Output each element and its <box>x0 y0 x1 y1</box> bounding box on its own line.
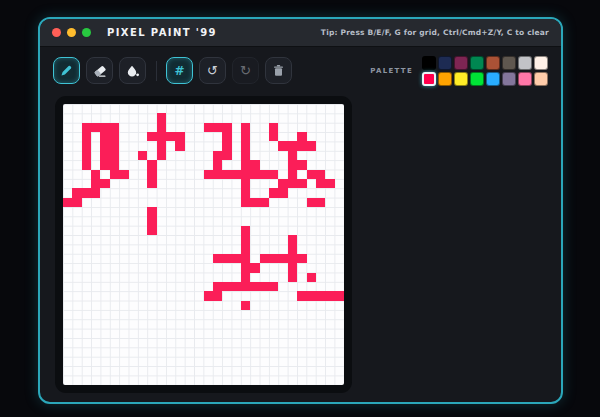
pixel-cell[interactable] <box>325 291 334 300</box>
pixel-cell[interactable] <box>316 170 325 179</box>
pixel-cell[interactable] <box>241 254 250 263</box>
pixel-cell[interactable] <box>213 291 222 300</box>
clear-canvas-button[interactable] <box>265 57 292 84</box>
palette-swatch-5[interactable] <box>502 56 516 70</box>
pixel-cell[interactable] <box>307 198 316 207</box>
pixel-cell[interactable] <box>119 170 128 179</box>
pixel-cell[interactable] <box>91 188 100 197</box>
pixel-cell[interactable] <box>278 179 287 188</box>
pixel-cell[interactable] <box>241 263 250 272</box>
pixel-cell[interactable] <box>213 160 222 169</box>
grid-toggle-button[interactable]: # <box>166 57 193 84</box>
pixel-cell[interactable] <box>241 198 250 207</box>
palette-swatch-4[interactable] <box>486 56 500 70</box>
pixel-cell[interactable] <box>269 123 278 132</box>
pixel-cell[interactable] <box>325 179 334 188</box>
traffic-light-zoom-button[interactable] <box>82 28 91 37</box>
pixel-cell[interactable] <box>147 216 156 225</box>
palette-swatch-6[interactable] <box>518 56 532 70</box>
pixel-cell[interactable] <box>213 282 222 291</box>
undo-button[interactable]: ↺ <box>199 57 226 84</box>
pixel-cell[interactable] <box>241 123 250 132</box>
pixel-cell[interactable] <box>316 291 325 300</box>
pixel-cell[interactable] <box>166 132 175 141</box>
pixel-cell[interactable] <box>260 170 269 179</box>
pixel-cell[interactable] <box>147 170 156 179</box>
pixel-cell[interactable] <box>91 170 100 179</box>
pixel-cell[interactable] <box>288 170 297 179</box>
pixel-cell[interactable] <box>307 141 316 150</box>
pixel-cell[interactable] <box>241 132 250 141</box>
pixel-cell[interactable] <box>100 141 109 150</box>
pixel-cell[interactable] <box>335 291 344 300</box>
palette-swatch-11[interactable] <box>470 72 484 86</box>
pixel-cell[interactable] <box>204 123 213 132</box>
palette-swatch-13[interactable] <box>502 72 516 86</box>
pixel-cell[interactable] <box>269 282 278 291</box>
palette-swatch-15[interactable] <box>534 72 548 86</box>
pixel-cell[interactable] <box>297 291 306 300</box>
traffic-light-close-button[interactable] <box>52 28 61 37</box>
pixel-cell[interactable] <box>297 179 306 188</box>
pixel-cell[interactable] <box>278 188 287 197</box>
pixel-cell[interactable] <box>110 141 119 150</box>
pixel-cell[interactable] <box>241 273 250 282</box>
eraser-tool-button[interactable] <box>86 57 113 84</box>
palette-swatch-12[interactable] <box>486 72 500 86</box>
pixel-cell[interactable] <box>297 141 306 150</box>
pixel-cell[interactable] <box>213 123 222 132</box>
palette-swatch-2[interactable] <box>454 56 468 70</box>
pixel-cell[interactable] <box>241 179 250 188</box>
palette-swatch-7[interactable] <box>534 56 548 70</box>
pixel-cell[interactable] <box>288 263 297 272</box>
pixel-cell[interactable] <box>100 123 109 132</box>
palette-swatch-8-selected[interactable] <box>422 72 436 86</box>
pixel-cell[interactable] <box>260 198 269 207</box>
pixel-cell[interactable] <box>241 282 250 291</box>
pixel-cell[interactable] <box>241 226 250 235</box>
pixel-cell[interactable] <box>241 188 250 197</box>
pixel-cell[interactable] <box>213 170 222 179</box>
pixel-cell[interactable] <box>147 132 156 141</box>
fill-tool-button[interactable] <box>119 57 146 84</box>
pixel-cell[interactable] <box>175 141 184 150</box>
pixel-cell[interactable] <box>222 282 231 291</box>
pixel-cell[interactable] <box>147 226 156 235</box>
pixel-cell[interactable] <box>250 263 259 272</box>
pixel-cell[interactable] <box>213 151 222 160</box>
pixel-cell[interactable] <box>288 254 297 263</box>
pixel-cell[interactable] <box>157 113 166 122</box>
pixel-cell[interactable] <box>269 132 278 141</box>
pixel-cell[interactable] <box>157 141 166 150</box>
pixel-cell[interactable] <box>288 273 297 282</box>
pixel-cell[interactable] <box>269 170 278 179</box>
pixel-cell[interactable] <box>222 170 231 179</box>
pixel-cell[interactable] <box>157 123 166 132</box>
pixel-cell[interactable] <box>241 245 250 254</box>
pixel-cell[interactable] <box>157 132 166 141</box>
pixel-cell[interactable] <box>297 254 306 263</box>
pixel-cell[interactable] <box>232 254 241 263</box>
pixel-cell[interactable] <box>297 132 306 141</box>
pixel-cell[interactable] <box>222 141 231 150</box>
traffic-light-minimize-button[interactable] <box>67 28 76 37</box>
palette-swatch-10[interactable] <box>454 72 468 86</box>
pencil-tool-button[interactable] <box>53 57 80 84</box>
pixel-cell[interactable] <box>297 160 306 169</box>
pixel-cell[interactable] <box>269 254 278 263</box>
pixel-cell[interactable] <box>307 170 316 179</box>
pixel-cell[interactable] <box>222 123 231 132</box>
palette-swatch-3[interactable] <box>470 56 484 70</box>
pixel-cell[interactable] <box>100 179 109 188</box>
pixel-cell[interactable] <box>82 160 91 169</box>
palette-swatch-14[interactable] <box>518 72 532 86</box>
pixel-cell[interactable] <box>307 291 316 300</box>
pixel-cell[interactable] <box>288 179 297 188</box>
pixel-cell[interactable] <box>241 160 250 169</box>
pixel-cell[interactable] <box>278 141 287 150</box>
pixel-cell[interactable] <box>222 254 231 263</box>
pixel-cell[interactable] <box>250 282 259 291</box>
pixel-cell[interactable] <box>260 254 269 263</box>
pixel-cell[interactable] <box>63 198 72 207</box>
pixel-cell[interactable] <box>82 151 91 160</box>
